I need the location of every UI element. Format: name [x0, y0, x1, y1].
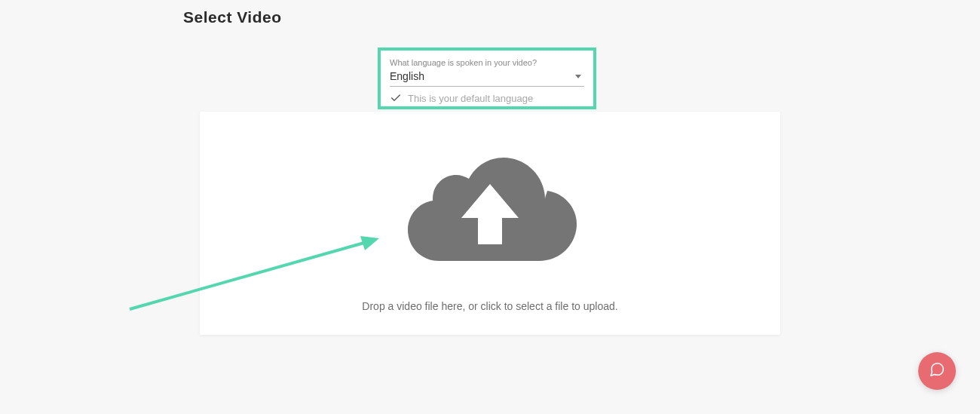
check-icon	[390, 92, 402, 104]
page-title: Select Video	[183, 8, 282, 26]
cloud-upload-icon	[398, 143, 583, 270]
language-selection-box: What language is spoken in your video? E…	[378, 48, 596, 109]
language-selected-value: English	[390, 70, 424, 82]
default-language-row: This is your default language	[390, 92, 584, 104]
language-select[interactable]: English	[390, 70, 584, 87]
chat-icon	[929, 361, 945, 381]
upload-dropzone[interactable]: Drop a video file here, or click to sele…	[200, 112, 780, 335]
help-button[interactable]	[918, 352, 956, 390]
default-language-text: This is your default language	[408, 93, 533, 104]
chevron-down-icon	[575, 75, 581, 78]
language-question-label: What language is spoken in your video?	[390, 58, 584, 67]
upload-instruction-text: Drop a video file here, or click to sele…	[362, 300, 617, 312]
